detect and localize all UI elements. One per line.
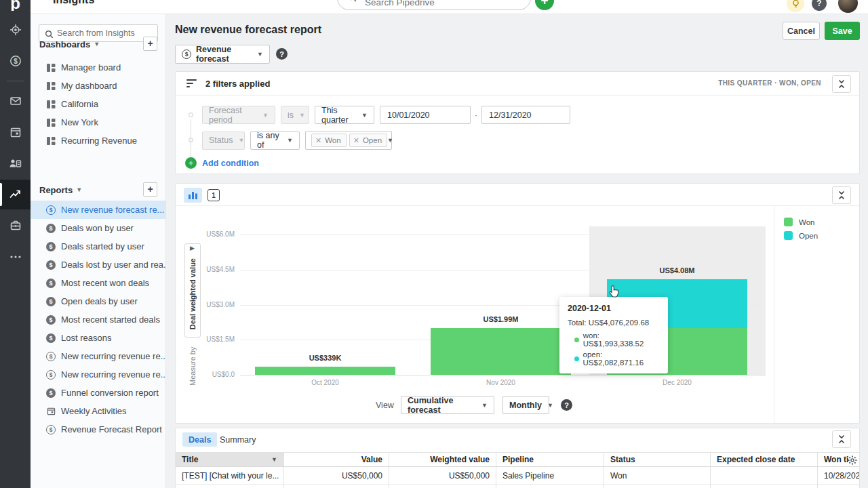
quick-add-button[interactable]: + [535,0,554,10]
sidebar-item-recurring-revenue[interactable]: Recurring Revenue [31,131,165,150]
global-search-input[interactable] [365,0,500,7]
report-type-select[interactable]: $ Revenue forecast ▼ [175,45,270,64]
insights-icon[interactable] [0,180,31,209]
avatar[interactable] [838,0,858,13]
save-button[interactable]: Save [825,22,860,40]
cell-title[interactable]: [TEST] [Chat with your le... [176,467,284,484]
deals-table-panel: Deals Summary Title▼ Value Weighted valu… [175,428,860,488]
report-item-lost-reasons[interactable]: $Lost reasons [31,329,165,347]
deals-icon[interactable]: $ [0,46,31,76]
table-row[interactable]: [TEST] [Chat with your le... US$50,000 U… [176,467,860,485]
collapse-chart-button[interactable] [832,186,851,204]
column-header-weighted-value[interactable]: Weighted value [389,453,496,466]
report-item-deals-lost-by-user[interactable]: $Deals lost by user and rea... [31,256,165,274]
cancel-button[interactable]: Cancel [783,22,820,40]
start-date-input[interactable] [380,106,471,124]
report-item-new-recurring-revenue-1[interactable]: $New recurring revenue re... [31,347,165,365]
bar-oct-2020[interactable]: US$339K [255,226,395,375]
measure-value-dropdown[interactable]: ▶ Deal weighted value [184,243,201,338]
chip-open[interactable]: ✕Open [349,134,387,147]
chevron-down-icon: ▼ [94,41,100,47]
help-icon[interactable]: ? [812,0,827,11]
filters-title: 2 filters applied [205,79,270,89]
column-label: Won ti [824,455,848,464]
sidebar-item-manager-board[interactable]: Manager board [31,58,165,77]
dashboard-icon [46,64,56,72]
rail-divider [7,81,24,81]
collapse-table-button[interactable] [832,430,851,448]
bar-total-label: US$4.08M [607,266,747,274]
report-item-weekly-activities[interactable]: Weekly Activities [31,402,165,420]
interval-select[interactable]: Monthly▼ [502,396,549,414]
field-label: Status [209,136,233,145]
calendar-icon[interactable] [0,117,31,147]
add-dashboard-button[interactable]: + [143,37,157,51]
more-icon[interactable] [0,242,31,272]
date-range-separator: · [475,110,477,120]
status-field-select[interactable]: Status▼ [202,131,245,150]
report-type-help-icon[interactable]: ? [276,48,288,60]
report-item-new-recurring-revenue-2[interactable]: $New recurring revenue re... [31,365,165,384]
collapse-filters-button[interactable] [832,75,851,93]
end-date-input[interactable] [481,106,570,124]
column-header-title[interactable]: Title▼ [176,453,284,466]
add-condition[interactable]: + Add condition [185,157,259,169]
report-item-most-recent-started-deals[interactable]: $Most recent started deals [31,310,165,329]
column-header-pipeline[interactable]: Pipeline [496,453,604,466]
column-header-expected-close-date[interactable]: Expected close date [711,453,818,466]
won-segment[interactable] [255,367,395,375]
bar-chart-toggle[interactable] [184,188,202,203]
mail-icon[interactable] [0,86,31,116]
global-search[interactable] [337,0,531,10]
report-item-open-deals-by-user[interactable]: $Open deals by user [31,292,165,310]
view-help-icon[interactable]: ? [561,399,572,411]
y-tick: US$0.0 [203,371,235,378]
y-tick: US$3.0M [203,301,235,308]
leads-icon[interactable] [0,15,31,45]
chevron-down-icon: ▼ [257,112,269,119]
bar-nov-2020[interactable]: US$1.99M [431,226,571,375]
products-icon[interactable] [0,211,31,241]
status-operator-select[interactable]: is any of▼ [250,131,300,150]
report-item-funnel-conversion[interactable]: $Funnel conversion report [31,384,165,402]
column-header-won-time[interactable]: Won ti [818,453,860,466]
report-item-deals-won-by-user[interactable]: $Deals won by user [31,219,165,237]
table-row-partial[interactable] [176,485,860,488]
report-item-deals-started-by-user[interactable]: $Deals started by user [31,237,165,256]
operator-select[interactable]: is▼ [281,106,309,124]
column-header-value[interactable]: Value [284,453,389,466]
gear-icon[interactable] [848,455,857,466]
forecast-period-select[interactable]: Forecast period▼ [202,106,275,124]
sidebar-item-my-dashboard[interactable]: My dashboard [31,77,165,95]
chip-won[interactable]: ✕Won [311,134,347,147]
x-tick: Oct 2020 [255,379,395,386]
report-item-new-revenue-forecast[interactable]: $New revenue forecast re... [31,201,165,219]
report-item-most-recent-won-deals[interactable]: $Most recent won deals [31,274,165,292]
remove-icon[interactable]: ✕ [353,136,359,145]
column-header-status[interactable]: Status [604,453,711,466]
forecast-mode-select[interactable]: Cumulative forecast▼ [401,396,494,414]
tab-summary[interactable]: Summary [214,432,262,447]
period-value-select[interactable]: This quarter▼ [315,106,374,124]
scorecard-toggle[interactable]: 1 [208,189,220,201]
lightbulb-icon[interactable] [787,0,804,12]
status-values-multiselect[interactable]: ✕Won ✕Open ▼ [305,131,392,150]
chevron-down-icon: ▼ [76,186,82,193]
remove-icon[interactable]: ✕ [315,136,321,145]
contacts-icon[interactable] [0,148,31,178]
dashboards-section-header[interactable]: Dashboards ▼ + [31,36,165,52]
column-label: Title [182,455,198,464]
deal-icon: $ [46,242,56,251]
sidebar-item-new-york[interactable]: New York [31,113,165,131]
report-item-revenue-forecast-report[interactable]: $Revenue Forecast Report [31,420,165,439]
sidebar-item-california[interactable]: California [31,95,165,113]
chevron-down-icon: ▼ [476,402,488,409]
tab-deals[interactable]: Deals [182,432,217,447]
sidebar-item-label: My dashboard [61,81,117,91]
won-segment[interactable] [431,328,571,375]
legend-item-open[interactable]: Open [784,231,818,240]
add-report-button[interactable]: + [143,182,157,197]
won-swatch [784,218,793,226]
legend-item-won[interactable]: Won [784,218,814,226]
reports-section-header[interactable]: Reports ▼ + [31,182,165,198]
